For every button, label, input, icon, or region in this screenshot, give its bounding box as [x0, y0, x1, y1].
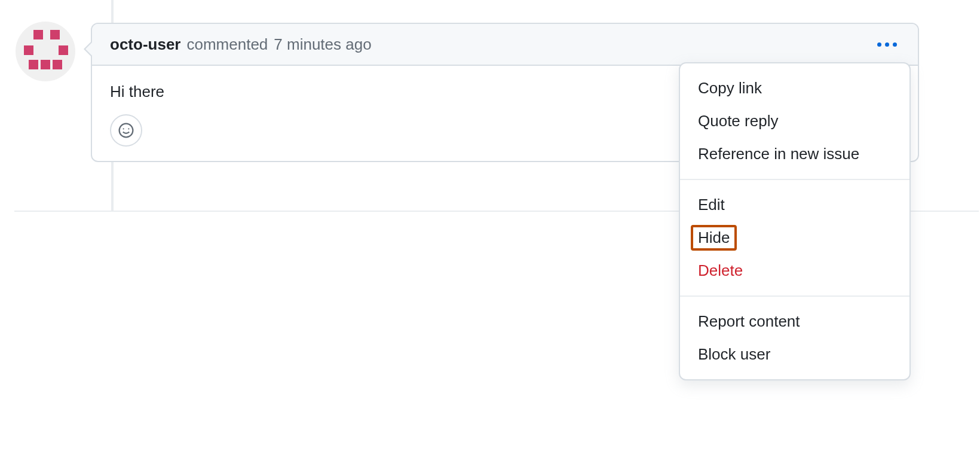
menu-delete[interactable]: Delete — [680, 254, 909, 287]
svg-point-0 — [120, 124, 133, 138]
comment-author[interactable]: octo-user — [110, 35, 180, 54]
comment-timestamp[interactable]: 7 minutes ago — [274, 35, 371, 54]
menu-group-1: Copy link Quote reply Reference in new i… — [680, 63, 909, 179]
svg-point-1 — [123, 128, 124, 129]
dropdown-pointer — [872, 62, 887, 63]
menu-hide-highlight: Hide — [691, 225, 737, 251]
menu-report[interactable]: Report content — [680, 305, 909, 338]
menu-quote-reply[interactable]: Quote reply — [680, 105, 909, 138]
menu-edit[interactable]: Edit — [680, 188, 909, 221]
menu-reference-issue[interactable]: Reference in new issue — [680, 138, 909, 170]
add-reaction-button[interactable] — [110, 114, 142, 147]
menu-copy-link[interactable]: Copy link — [680, 72, 909, 105]
svg-point-2 — [128, 128, 129, 129]
comment-header: octo-user commented 7 minutes ago — [92, 24, 918, 66]
menu-block[interactable]: Block user — [680, 338, 909, 371]
comment-actions-menu: Copy link Quote reply Reference in new i… — [679, 62, 911, 380]
menu-hide[interactable]: Hide — [680, 221, 909, 254]
comment-meta: octo-user commented 7 minutes ago — [110, 35, 372, 54]
menu-group-3: Report content Block user — [680, 297, 909, 379]
identicon — [16, 22, 75, 81]
comment-action-text: commented — [186, 35, 268, 54]
avatar[interactable] — [16, 22, 75, 81]
menu-group-2: Edit Hide Delete — [680, 180, 909, 296]
kebab-icon[interactable] — [874, 35, 900, 54]
smiley-icon — [118, 122, 134, 139]
comment-pointer — [84, 41, 92, 57]
